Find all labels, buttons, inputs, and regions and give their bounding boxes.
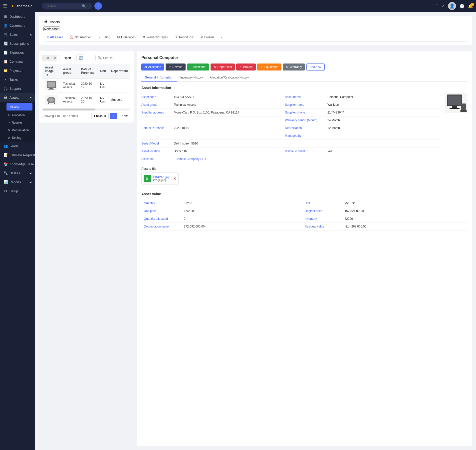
sidebar-item-setup[interactable]: ⚙ Setup — [0, 186, 35, 196]
sidebar-item-assets[interactable]: 🏛 Assets ▾ — [0, 93, 35, 102]
clock-icon[interactable]: 🕐 — [460, 4, 465, 8]
label-supplier-address: Supplier address — [141, 109, 171, 116]
label-series-model: Series/Model — [141, 140, 171, 148]
row1-unit: My Unit — [98, 78, 109, 93]
file-delete-button[interactable]: ✕ — [173, 176, 176, 181]
sidebar-item-customers[interactable]: 👤 Customers — [0, 21, 35, 30]
col-group[interactable]: Asset group — [60, 64, 78, 78]
tab-allocation-revocation[interactable]: Allocation/Revocation History — [206, 74, 252, 82]
value-row-unit-price: Unit price 1,920.00 Original price 157,8… — [141, 207, 468, 215]
sidebar-sub-setting[interactable]: ⚙ Setting — [4, 134, 35, 142]
revoke-button[interactable]: ↩ Revoke — [166, 64, 186, 70]
value-supplier-address: MoneyCard P.O. Box 5100, Pasadena, CA 91… — [171, 109, 285, 116]
main-content: 🏛 Assets New asset ≡ All Asset 🚫 Not use… — [35, 12, 476, 450]
additional-button[interactable]: + Additional — [187, 64, 209, 70]
per-page-select[interactable]: 25 50 100 — [42, 55, 57, 61]
sidebar-label-reports: Reports — [9, 180, 21, 184]
hamburger-icon[interactable]: ☰ — [3, 3, 7, 9]
sidebar-item-support[interactable]: 🎧 Support — [0, 84, 35, 93]
asset-info-section: Asset Information — [141, 86, 468, 184]
sidebar-item-knowledge-base[interactable]: 📚 Knowledge Base — [0, 160, 35, 168]
table-search[interactable]: 🔍 — [95, 55, 130, 61]
tab-using[interactable]: ☑ Using — [95, 34, 114, 41]
sales-icon: 🛒 — [3, 32, 7, 36]
sidebar-sub-revoke[interactable]: ↩ Revoke — [4, 119, 35, 126]
value-asset-location: Branch 02 — [171, 148, 285, 155]
avatar[interactable]: 👤 — [448, 2, 456, 10]
table-search-input[interactable] — [103, 56, 128, 60]
warranty-button[interactable]: ⚙ Warranty — [283, 64, 305, 70]
search-input[interactable] — [45, 4, 80, 8]
label-allocation: Allocation — [141, 155, 171, 163]
tab-all-asset[interactable]: ≡ All Asset — [43, 34, 66, 41]
refresh-button[interactable]: 🔄 — [76, 54, 85, 61]
sidebar-sub-assets[interactable]: Assets — [6, 103, 32, 110]
tab-more[interactable]: » — [217, 34, 226, 41]
file-item: 🖼 216124-1.jpg image/jpeg ✕ — [141, 172, 179, 184]
page-header-top: 🏛 Assets — [43, 20, 468, 24]
reports-arrow: ◀ — [29, 181, 31, 184]
sidebar-item-projects[interactable]: 📁 Projects — [0, 66, 35, 75]
value-empty2 — [171, 132, 285, 140]
sidebar-sub-allocation[interactable]: ✎ Allocation — [4, 112, 35, 119]
sidebar-label-expenses: Expenses — [9, 51, 24, 54]
setup-icon: ⚙ — [3, 189, 7, 193]
section-asset-info-title: Asset Information — [141, 86, 468, 90]
sidebar-item-tasks[interactable]: ✓ Tasks — [0, 75, 35, 84]
table-row[interactable]: Technical Assets 2020-10-20 My Unit Supp… — [42, 93, 130, 107]
app-body: ⊞ Dashboard 👤 Customers 🛒 Sales ◀ 🔄 Subs… — [0, 12, 476, 450]
tab-inventory-history[interactable]: Inventory History — [177, 74, 206, 82]
search-icon: 🔍 — [82, 4, 86, 8]
notifications[interactable]: 🔔 1 — [468, 4, 473, 8]
sidebar-item-contracts[interactable]: 📋 Contracts — [0, 57, 35, 66]
tab-warranty-label: Warranty Repair — [147, 36, 168, 39]
liquidation-button[interactable]: ↗ Liquidation — [257, 64, 281, 70]
col-image[interactable]: Asset Image ▲ — [42, 64, 60, 78]
allocation-button[interactable]: ⊞ Allocation — [141, 64, 164, 70]
new-asset-button[interactable]: New asset — [43, 26, 60, 31]
share-icon[interactable]: ⤴ — [436, 4, 438, 8]
col-date[interactable]: Date of Purchase — [78, 64, 98, 78]
value-series-model: Dell Inspiron 5530 — [171, 140, 285, 148]
col-unit[interactable]: Unit — [98, 64, 109, 78]
sidebar-item-leads[interactable]: 👥 Leads — [0, 142, 35, 150]
sidebar-item-utilities[interactable]: 🔧 Utilities ◀ — [0, 168, 35, 178]
sidebar-item-sales[interactable]: 🛒 Sales ◀ — [0, 30, 35, 39]
pagination-buttons: Previous 1 Next — [91, 113, 130, 119]
check-icon[interactable]: ✓ — [441, 4, 445, 8]
label-warranty-period: Warranty period (Month) — [285, 116, 325, 124]
sidebar-item-subscriptions[interactable]: 🔄 Subscriptions — [0, 39, 35, 48]
topnav: ☰ 🔸 themesic 🔍 + ⤴ ✓ 👤 🕐 🔔 1 — [0, 0, 476, 12]
page-1-button[interactable]: 1 — [110, 113, 117, 119]
table-scrollbar[interactable] — [42, 108, 130, 110]
tab-liquidation[interactable]: ☑ Liquidation — [114, 34, 139, 41]
sidebar-item-expenses[interactable]: 📄 Expenses — [0, 48, 35, 57]
value-allocation[interactable]: - Sample Company LTD — [171, 155, 285, 163]
file-type: image/jpeg — [153, 178, 169, 182]
sidebar-sub-depreciation-label: Depreciation — [12, 128, 29, 132]
col-department[interactable]: Department — [109, 64, 130, 78]
tab-report-lost[interactable]: ✎ Report lost — [172, 34, 197, 41]
add-button[interactable]: + — [94, 2, 102, 10]
next-page-button[interactable]: Next — [119, 113, 130, 119]
prev-page-button[interactable]: Previous — [91, 113, 109, 119]
add-new-button[interactable]: Add new — [306, 64, 325, 70]
value-val-unit-price: 1,920.00 — [181, 207, 302, 215]
tab-not-used-yet[interactable]: 🚫 Not used yet — [66, 34, 95, 41]
sidebar-sub-depreciation[interactable]: ⚙ Depreciation — [4, 126, 35, 134]
broken-button[interactable]: ✕ Broken — [236, 64, 255, 70]
search-bar[interactable]: 🔍 — [42, 3, 92, 10]
svg-rect-3 — [48, 89, 54, 90]
file-name[interactable]: 216124-1.jpg — [153, 176, 169, 178]
export-button[interactable]: Export — [59, 55, 74, 61]
tab-broken[interactable]: ✕ Broken — [197, 34, 217, 41]
report-lost-button[interactable]: ✕ Report lost — [211, 64, 235, 70]
value-visible-client: Yes — [325, 148, 439, 155]
dashboard-icon: ⊞ — [3, 14, 7, 18]
tab-warranty-repair[interactable]: ⚙ Warranty Repair — [139, 34, 172, 41]
sidebar-item-reports[interactable]: 📊 Reports ◀ — [0, 178, 35, 186]
table-row[interactable]: Technical Assets 2020-10-19 My Unit — [42, 78, 130, 93]
sidebar-item-dashboard[interactable]: ⊞ Dashboard — [0, 12, 35, 21]
sidebar-item-estimate-request[interactable]: 📝 Estimate Request — [0, 150, 35, 160]
tab-general-information[interactable]: General information — [141, 74, 177, 82]
